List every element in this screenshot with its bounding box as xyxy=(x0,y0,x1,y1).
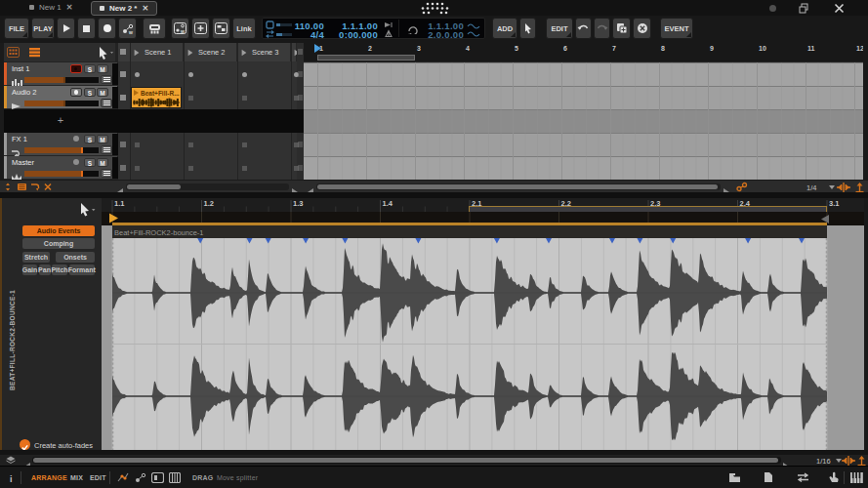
clip-stop-button[interactable] xyxy=(120,95,126,101)
loop-shape-icons[interactable] xyxy=(467,21,480,37)
edit-view-button[interactable]: EDIT xyxy=(90,474,106,481)
close-tab-icon[interactable]: ✕ xyxy=(142,4,148,13)
play-button[interactable] xyxy=(57,18,75,39)
touch-controls-icon[interactable] xyxy=(828,471,839,483)
minimize-button[interactable] xyxy=(769,5,776,12)
track-header-audio2[interactable]: Audio 2 S M xyxy=(4,86,117,109)
editor-layer-comping[interactable]: Comping xyxy=(22,238,95,249)
grid-menu-caret-icon[interactable] xyxy=(829,185,835,189)
editor-snap-to-grid-icon[interactable] xyxy=(842,456,855,466)
track-stop-clips-icon[interactable] xyxy=(298,95,303,102)
clip-end-handle[interactable] xyxy=(820,215,829,224)
editor-layer-pan[interactable]: Pan xyxy=(39,264,51,275)
arranger-scroll-thumb[interactable] xyxy=(317,184,718,189)
editor-layer-stretch[interactable]: Stretch xyxy=(22,252,50,263)
mute-button[interactable]: M xyxy=(97,158,108,167)
editor-grid-value[interactable]: 1/16 xyxy=(816,457,831,466)
solo-button[interactable]: S xyxy=(84,64,96,73)
empty-clip-slot[interactable] xyxy=(242,96,247,101)
empty-clip-slot[interactable] xyxy=(135,142,140,147)
track-meter-button[interactable] xyxy=(101,75,112,84)
duplicate-button[interactable] xyxy=(612,18,631,39)
record-button[interactable] xyxy=(98,18,116,39)
clip-beat-fill[interactable]: Beat+Fill-R... xyxy=(131,87,182,108)
editor-layer-gain[interactable]: Gain xyxy=(22,264,37,275)
delete-button[interactable] xyxy=(633,18,651,39)
record-arm-button[interactable] xyxy=(70,158,82,167)
virtual-keyboard-icon[interactable] xyxy=(850,472,863,483)
editor-layer-audio-events[interactable]: Audio Events xyxy=(22,225,95,236)
editor-adaptive-grid-icon[interactable] xyxy=(857,456,866,466)
track-name[interactable]: Audio 2 xyxy=(12,88,36,97)
launcher-grid-view-icon[interactable] xyxy=(7,47,20,58)
record-arm-button[interactable] xyxy=(70,135,82,143)
clip-automation-write-button[interactable]: w xyxy=(171,18,189,39)
clip-stop-button[interactable] xyxy=(120,71,126,77)
arranger-follow-icon[interactable] xyxy=(735,182,748,192)
waveform-area[interactable] xyxy=(102,238,864,450)
empty-clip-slot[interactable] xyxy=(135,72,140,77)
snap-to-grid-icon[interactable] xyxy=(837,183,850,192)
editor-playhead-icon[interactable] xyxy=(108,213,119,224)
link-button[interactable]: Link xyxy=(232,18,256,39)
punch-out-button[interactable] xyxy=(212,18,230,39)
automation-write-button[interactable]: w xyxy=(118,18,137,39)
track-header-master[interactable]: Master S M xyxy=(4,156,117,180)
automation-editor-icon[interactable] xyxy=(117,472,129,483)
close-tab-icon[interactable]: ✕ xyxy=(66,3,73,12)
time-signature-value[interactable]: 4/4 xyxy=(310,29,324,40)
arranger-grid-value[interactable]: 1/4 xyxy=(806,183,816,192)
add-menu-button[interactable]: ADD xyxy=(492,18,517,39)
add-track-button[interactable]: + xyxy=(55,114,66,126)
clip-play-icon[interactable] xyxy=(134,90,139,96)
empty-clip-slot[interactable] xyxy=(242,72,247,77)
punch-in-button[interactable] xyxy=(191,18,210,39)
track-name[interactable]: Inst 1 xyxy=(12,64,29,73)
arranger-track-lanes[interactable] xyxy=(304,62,863,180)
track-meter-button[interactable] xyxy=(101,169,112,178)
loop-icon[interactable] xyxy=(406,23,420,34)
loop-length-value[interactable]: 2.0.0.00 xyxy=(428,29,464,40)
follow-and-metronome-icons[interactable] xyxy=(383,20,396,38)
track-name[interactable]: Master xyxy=(12,158,34,167)
restore-window-button[interactable] xyxy=(799,3,809,14)
edit-menu-button[interactable]: EDIT xyxy=(546,18,573,39)
editor-layers-icon[interactable] xyxy=(6,456,16,465)
project-tab-new1[interactable]: New 1 ✕ xyxy=(21,1,80,14)
mute-button[interactable]: M xyxy=(97,88,108,97)
solo-button[interactable]: S xyxy=(84,135,96,143)
track-stop-clips-icon[interactable] xyxy=(298,142,303,148)
arranger-loop-region[interactable] xyxy=(317,55,415,61)
undo-button[interactable] xyxy=(575,18,592,39)
groove-toggle-icons[interactable] xyxy=(266,20,297,38)
fill-mode-button[interactable] xyxy=(143,18,166,39)
track-stop-clips-icon[interactable] xyxy=(298,165,303,172)
empty-clip-slot[interactable] xyxy=(188,142,193,147)
volume-slider[interactable] xyxy=(24,101,99,106)
editor-clip-title-bar[interactable]: Beat+Fill-ROCK2-bounce-1 xyxy=(112,225,827,238)
arranger-playhead-icon[interactable] xyxy=(313,44,322,53)
volume-slider[interactable] xyxy=(24,77,99,83)
track-stop-clips-icon[interactable] xyxy=(298,71,303,78)
stop-button[interactable] xyxy=(77,18,96,39)
auto-fades-checkbox[interactable] xyxy=(20,439,30,450)
solo-button[interactable]: S xyxy=(84,158,96,167)
io-routing-icon[interactable] xyxy=(797,472,809,482)
info-icon[interactable]: i xyxy=(10,474,13,484)
mix-view-button[interactable]: MIX xyxy=(70,474,83,481)
play-menu-button[interactable]: PLAY xyxy=(31,18,55,39)
editor-scrollbar[interactable] xyxy=(32,457,781,464)
empty-clip-slot[interactable] xyxy=(188,72,193,77)
editor-pointer-tool[interactable] xyxy=(78,202,96,217)
project-tab-new2[interactable]: New 2 * ✕ xyxy=(91,1,157,16)
clip-stop-button[interactable] xyxy=(120,142,126,147)
empty-clip-slot[interactable] xyxy=(188,96,193,101)
piano-roll-icon[interactable] xyxy=(169,472,181,483)
time-value[interactable]: 0:00.000 xyxy=(339,29,378,40)
browser-panel-icon[interactable] xyxy=(728,472,741,483)
editor-scroll-thumb[interactable] xyxy=(33,458,778,463)
arrange-view-button[interactable]: ARRANGE xyxy=(31,474,67,481)
editor-layer-onsets[interactable]: Onsets xyxy=(56,252,95,263)
empty-clip-slot[interactable] xyxy=(242,166,247,171)
editor-layer-pitch[interactable]: Pitch xyxy=(52,264,67,275)
